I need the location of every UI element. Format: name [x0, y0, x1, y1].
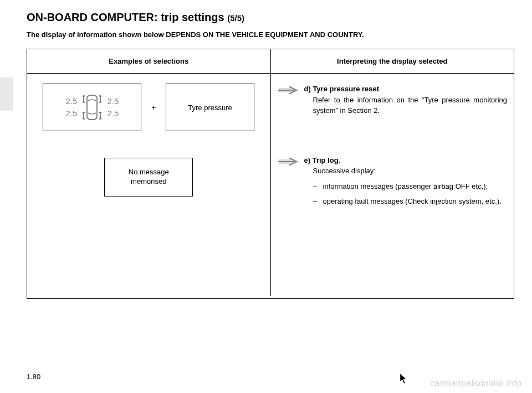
tyre-rl: 2.5 — [66, 107, 78, 120]
entry-e-label: e) Trip log. — [304, 155, 502, 166]
arrow-right-icon — [278, 86, 299, 95]
tyre-values-right: 2.5 2.5 — [107, 95, 119, 120]
list-item: operating fault messages (Check injectio… — [313, 196, 502, 207]
examples-column: 2.5 2.5 2.5 — [27, 74, 271, 296]
svg-rect-0 — [87, 95, 97, 120]
header-examples: Examples of selections — [27, 49, 271, 73]
entry-e-sub: Successive display: — [304, 166, 502, 177]
entry-e-body: e) Trip log. Successive display: informa… — [304, 155, 502, 207]
watermark: carmanualsonline.info — [430, 379, 522, 389]
tyre-rr: 2.5 — [107, 107, 119, 120]
title-sub: (5/5) — [227, 13, 244, 23]
msg-line1: No message — [129, 168, 169, 176]
entry-e-list: information messages (passenger airbag O… — [304, 181, 502, 207]
entry-d: d) Tyre pressure reset Refer to the info… — [278, 84, 508, 116]
list-item: information messages (passenger airbag O… — [313, 181, 502, 192]
tyre-pressure-display: 2.5 2.5 2.5 — [43, 84, 141, 131]
settings-table: Examples of selections Interpreting the … — [27, 49, 514, 299]
header-interpreting: Interpreting the display selected — [271, 49, 514, 73]
title-main: ON-BOARD COMPUTER: trip settings — [27, 11, 227, 23]
tyre-fr: 2.5 — [107, 95, 119, 108]
tyre-pressure-label-box: Tyre pressure — [166, 84, 254, 131]
side-tab — [0, 77, 13, 111]
msg-line2: memorised — [131, 177, 166, 185]
tyre-values-left: 2.5 2.5 — [66, 95, 78, 120]
entry-d-text: Refer to the information on the “Tyre pr… — [304, 95, 508, 116]
message-row: No message memorised — [34, 158, 264, 196]
tyre-pressure-label: Tyre pressure — [188, 104, 232, 112]
arrow-right-icon — [278, 157, 299, 166]
tyre-fl: 2.5 — [66, 95, 78, 108]
entry-d-body: d) Tyre pressure reset Refer to the info… — [304, 84, 508, 116]
dependency-note: The display of information shown below D… — [27, 30, 515, 39]
no-message-box: No message memorised — [104, 158, 193, 196]
plus-sign: + — [146, 104, 161, 112]
page-title: ON-BOARD COMPUTER: trip settings (5/5) — [27, 11, 515, 24]
cursor-icon — [400, 373, 407, 384]
entry-e: e) Trip log. Successive display: informa… — [278, 155, 508, 207]
interpreting-column: d) Tyre pressure reset Refer to the info… — [271, 74, 514, 296]
car-top-icon — [80, 92, 104, 123]
table-body: 2.5 2.5 2.5 — [27, 74, 514, 296]
table-header: Examples of selections Interpreting the … — [27, 49, 514, 74]
tyre-pressure-row: 2.5 2.5 2.5 — [34, 84, 264, 131]
entry-d-label: d) Tyre pressure reset — [304, 84, 508, 95]
page-number: 1.80 — [27, 373, 40, 381]
